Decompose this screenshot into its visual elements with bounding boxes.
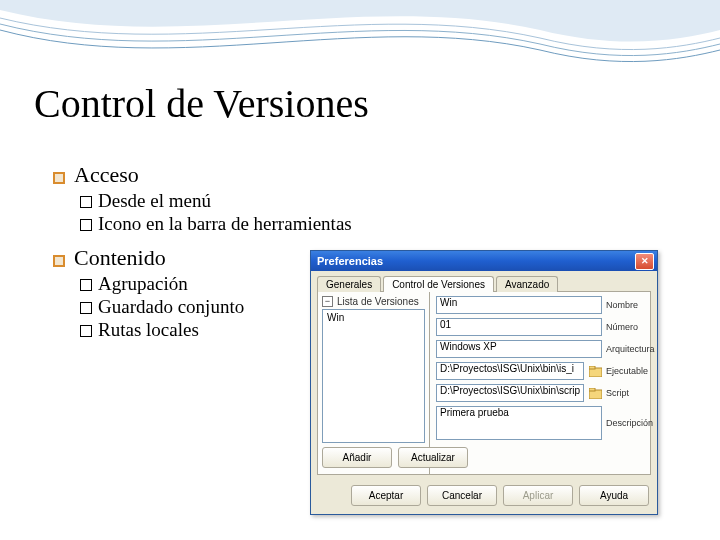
dialog-preferencias: Preferencias ✕ Generales Control de Vers… xyxy=(310,250,658,515)
svg-rect-7 xyxy=(589,388,595,391)
exec-field[interactable]: D:\Proyectos\ISG\Unix\bin\is_i xyxy=(436,362,584,380)
section-heading-contenido: Contenido xyxy=(52,245,352,271)
cancel-button[interactable]: Cancelar xyxy=(427,485,497,506)
box-bullet-icon xyxy=(80,302,92,314)
dialog-tabpane: − Lista de Versiones Win Añadir Actualiz… xyxy=(317,291,651,475)
version-fields-column: Win Nombre 01 Número Windows XP Arquitec… xyxy=(430,292,662,474)
add-button[interactable]: Añadir xyxy=(322,447,392,468)
tab-generales[interactable]: Generales xyxy=(317,276,381,292)
tab-avanzado[interactable]: Avanzado xyxy=(496,276,558,292)
section2-item-0: Agrupación xyxy=(98,273,188,295)
version-list-heading-text: Lista de Versiones xyxy=(337,296,419,307)
apply-button[interactable]: Aplicar xyxy=(503,485,573,506)
browse-exec-icon[interactable] xyxy=(588,364,602,378)
version-list-item[interactable]: Win xyxy=(327,312,420,323)
arch-label: Arquitectura xyxy=(606,344,656,354)
section1-heading-text: Acceso xyxy=(74,162,139,188)
script-label: Script xyxy=(606,388,656,398)
script-field[interactable]: D:\Proyectos\ISG\Unix\bin\scrip xyxy=(436,384,584,402)
arch-field[interactable]: Windows XP xyxy=(436,340,602,358)
slide-title: Control de Versiones xyxy=(34,80,369,127)
box-bullet-icon xyxy=(80,196,92,208)
number-label: Número xyxy=(606,322,656,332)
box-bullet-icon xyxy=(80,219,92,231)
name-label: Nombre xyxy=(606,300,656,310)
collapse-icon: − xyxy=(322,296,333,307)
section1-items: Desde el menú Icono en la barra de herra… xyxy=(80,190,352,235)
version-list-heading[interactable]: − Lista de Versiones xyxy=(322,296,425,309)
svg-rect-5 xyxy=(589,366,595,369)
browse-script-icon[interactable] xyxy=(588,386,602,400)
box-bullet-icon xyxy=(80,325,92,337)
name-field[interactable]: Win xyxy=(436,296,602,314)
svg-rect-3 xyxy=(55,257,63,265)
version-list-column: − Lista de Versiones Win Añadir Actualiz… xyxy=(318,292,430,474)
dialog-tabbar: Generales Control de Versiones Avanzado xyxy=(311,271,657,291)
section2-item-1: Guardado conjunto xyxy=(98,296,244,318)
section1-item-1: Icono en la barra de herramientas xyxy=(98,213,352,235)
dialog-title-text: Preferencias xyxy=(317,255,383,267)
wave-decoration xyxy=(0,0,720,90)
accept-button[interactable]: Aceptar xyxy=(351,485,421,506)
section2-heading-text: Contenido xyxy=(74,245,166,271)
version-listbox[interactable]: Win xyxy=(322,309,425,443)
desc-label: Descripción xyxy=(606,418,656,428)
tab-control-versiones[interactable]: Control de Versiones xyxy=(383,276,494,292)
dialog-titlebar[interactable]: Preferencias ✕ xyxy=(311,251,657,271)
dialog-footer: Aceptar Cancelar Aplicar Ayuda xyxy=(311,479,657,514)
box-bullet-icon xyxy=(80,279,92,291)
square-bullet-icon xyxy=(52,254,66,268)
close-button[interactable]: ✕ xyxy=(635,253,654,270)
exec-label: Ejecutable xyxy=(606,366,656,376)
number-field[interactable]: 01 xyxy=(436,318,602,336)
bullet-content: Acceso Desde el menú Icono en la barra d… xyxy=(52,160,352,342)
square-bullet-icon xyxy=(52,171,66,185)
slide: Control de Versiones Acceso Desde el men… xyxy=(0,0,720,540)
section-heading-acceso: Acceso xyxy=(52,162,352,188)
close-icon: ✕ xyxy=(641,256,649,266)
section2-item-2: Rutas locales xyxy=(98,319,199,341)
help-button[interactable]: Ayuda xyxy=(579,485,649,506)
svg-rect-1 xyxy=(55,174,63,182)
desc-field[interactable]: Primera prueba xyxy=(436,406,602,440)
section1-item-0: Desde el menú xyxy=(98,190,211,212)
